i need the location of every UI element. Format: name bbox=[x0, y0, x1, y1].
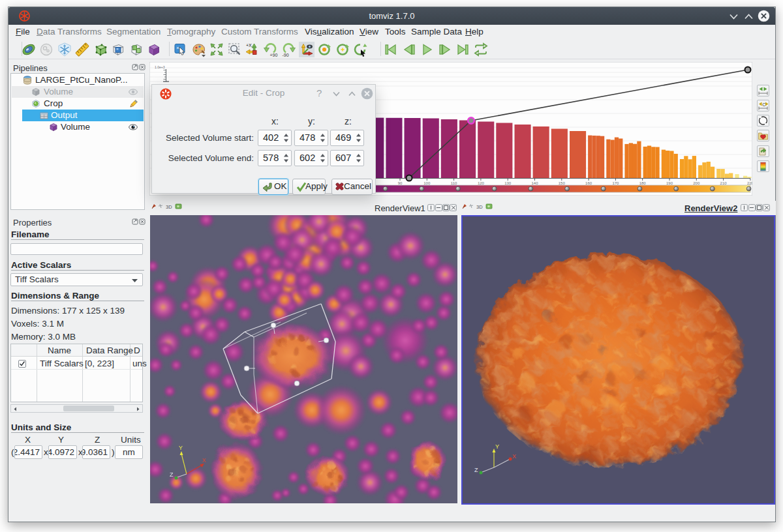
svg-text:200: 200 bbox=[693, 181, 700, 185]
svg-text:150: 150 bbox=[559, 181, 566, 185]
svg-text:220: 220 bbox=[747, 181, 752, 185]
svg-text:+90: +90 bbox=[269, 53, 277, 57]
svg-text:180: 180 bbox=[639, 181, 647, 185]
svg-text:Y: Y bbox=[179, 445, 183, 451]
svg-text:110: 110 bbox=[451, 181, 457, 185]
svg-text:Z: Z bbox=[170, 471, 174, 478]
svg-text:Y: Y bbox=[495, 443, 499, 450]
svg-text:X: X bbox=[512, 453, 516, 460]
svg-text:+X: +X bbox=[246, 43, 252, 48]
svg-text:210: 210 bbox=[720, 181, 728, 185]
svg-text:3D: 3D bbox=[476, 204, 483, 210]
svg-text:170: 170 bbox=[612, 181, 619, 185]
svg-text:X: X bbox=[202, 457, 206, 464]
svg-text:140: 140 bbox=[531, 181, 538, 185]
svg-text:-90: -90 bbox=[283, 53, 289, 57]
svg-text:1.0e+3: 1.0e+3 bbox=[155, 65, 165, 69]
svg-text:100: 100 bbox=[423, 181, 431, 185]
svg-text:160: 160 bbox=[585, 181, 592, 185]
svg-text:190: 190 bbox=[666, 181, 673, 185]
svg-text:3D: 3D bbox=[166, 204, 172, 210]
svg-text:130: 130 bbox=[504, 181, 512, 185]
svg-text:120: 120 bbox=[478, 181, 485, 185]
svg-text:90: 90 bbox=[398, 181, 403, 185]
svg-text:Z: Z bbox=[474, 467, 478, 473]
svg-text:C: C bbox=[762, 102, 765, 106]
